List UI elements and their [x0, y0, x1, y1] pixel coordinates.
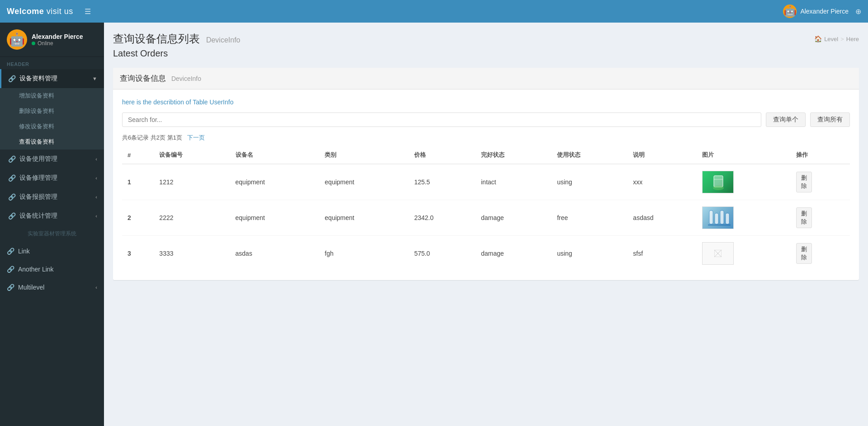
- main-content: 查询设备信息列表 DeviceInfo 🏠 Level > Here Lates…: [104, 23, 868, 426]
- cell-device-condition: damage: [476, 236, 552, 272]
- app-body: 🤖 Alexander Pierce Online HEADER 🔗 设备资料管…: [0, 23, 868, 426]
- device-table: # 设备编号 设备名 类别 价格 完好状态 使用状态 说明 图片 操作: [122, 146, 850, 271]
- cell-device-name: asdas: [230, 236, 320, 272]
- table-body: 11212equipmentequipment125.5intactusingx…: [122, 164, 850, 271]
- sidebar-section-header: HEADER: [0, 57, 104, 69]
- search-single-button[interactable]: 查询单个: [766, 112, 806, 127]
- breadcrumb-current: Here: [846, 36, 859, 42]
- share-icon[interactable]: ⊕: [855, 7, 861, 16]
- delete-button[interactable]: 删 除: [796, 207, 812, 228]
- device-thumbnail: [702, 206, 734, 229]
- search-input[interactable]: [122, 112, 761, 127]
- cell-device-image: [697, 164, 791, 200]
- sidebar-item-device-stats[interactable]: 🔗 设备统计管理 ‹: [0, 206, 104, 225]
- hamburger-button[interactable]: ☰: [80, 5, 95, 18]
- brand-light: visit us: [44, 7, 73, 16]
- cell-device-category: equipment: [319, 164, 409, 200]
- cell-device-note: asdasd: [627, 200, 697, 236]
- svg-rect-4: [715, 213, 718, 224]
- cell-device-action: 删 除: [791, 200, 850, 236]
- col-header-num: #: [122, 146, 154, 164]
- sidebar-item-delete-device[interactable]: 删除设备资料: [0, 103, 104, 119]
- col-header-image: 图片: [697, 146, 791, 164]
- cell-device-status: using: [552, 164, 627, 200]
- sidebar-item-another-link[interactable]: 🔗 Another Link: [0, 260, 104, 278]
- col-header-category: 类别: [319, 146, 409, 164]
- navbar-username: Alexander Pierce: [800, 8, 849, 15]
- user-menu[interactable]: 🤖 Alexander Pierce: [783, 5, 849, 18]
- link-icon-link: 🔗: [7, 248, 14, 255]
- hamburger-icon: ☰: [85, 8, 91, 15]
- status-indicator: [32, 42, 35, 45]
- page-title: 查询设备信息列表: [113, 33, 200, 45]
- device-thumbnail: [702, 171, 734, 193]
- section-title: Latest Orders: [113, 48, 859, 59]
- sidebar-label-another-link: Another Link: [18, 266, 54, 273]
- cell-num: 3: [122, 236, 154, 272]
- search-all-button[interactable]: 查询所有: [810, 112, 850, 127]
- cell-device-price: 125.5: [409, 164, 476, 200]
- sidebar-item-device-management[interactable]: 🔗 设备资料管理 ▼ 增加设备资料 删除设备资料 修改设备资料 查看设备资料: [0, 69, 104, 150]
- breadcrumb: 🏠 Level > Here: [814, 35, 859, 42]
- brand-logo: Welcome visit us: [7, 7, 73, 16]
- card-subtitle: DeviceInfo: [171, 75, 201, 82]
- chevron-right-icon-stats: ‹: [95, 213, 97, 219]
- sidebar-label-multilevel: Multilevel: [18, 284, 44, 291]
- sidebar-item-device-usage[interactable]: 🔗 设备使用管理 ‹: [0, 150, 104, 169]
- chevron-right-icon-usage: ‹: [95, 156, 97, 162]
- page-subtitle: DeviceInfo: [206, 36, 241, 44]
- sidebar-label-link: Link: [18, 248, 30, 255]
- submenu-device-management: 增加设备资料 删除设备资料 修改设备资料 查看设备资料: [0, 88, 104, 150]
- svg-rect-5: [720, 211, 724, 224]
- delete-button[interactable]: 删 除: [796, 172, 812, 192]
- link-icon-multilevel: 🔗: [7, 284, 14, 291]
- cell-device-action: 删 除: [791, 164, 850, 200]
- sidebar-item-edit-device[interactable]: 修改设备资料: [0, 119, 104, 134]
- system-label: 实验室器材管理系统: [0, 225, 104, 242]
- sidebar-item-add-device[interactable]: 增加设备资料: [0, 88, 104, 103]
- user-avatar-small: 🤖: [783, 5, 797, 18]
- col-header-action: 操作: [791, 146, 850, 164]
- user-status: Online: [32, 40, 83, 47]
- device-info-card: 查询设备信息 DeviceInfo here is the describtio…: [113, 68, 859, 280]
- cell-device-name: equipment: [230, 164, 320, 200]
- pagination-next-link[interactable]: 下一页: [187, 134, 205, 141]
- table-header-row: # 设备编号 设备名 类别 价格 完好状态 使用状态 说明 图片 操作: [122, 146, 850, 164]
- sidebar-label-device-damage: 设备报损管理: [19, 193, 57, 201]
- sidebar-menu: 🔗 设备资料管理 ▼ 增加设备资料 删除设备资料 修改设备资料 查看设备资料 🔗: [0, 69, 104, 225]
- sidebar-item-link[interactable]: 🔗 Link: [0, 242, 104, 260]
- description-text: here is the describtion of Table UserInf…: [122, 98, 850, 106]
- home-icon: 🏠: [814, 35, 822, 42]
- cell-device-id: 3333: [154, 236, 230, 272]
- cell-device-price: 2342.0: [409, 200, 476, 236]
- cell-device-image: [697, 200, 791, 236]
- delete-button[interactable]: 删 除: [796, 243, 812, 264]
- cell-device-name: equipment: [230, 200, 320, 236]
- link-icon-another: 🔗: [7, 266, 14, 273]
- svg-rect-3: [709, 211, 713, 224]
- cell-device-condition: intact: [476, 164, 552, 200]
- card-title: 查询设备信息: [120, 74, 166, 83]
- cell-device-id: 2222: [154, 200, 230, 236]
- cell-num: 2: [122, 200, 154, 236]
- pagination-text: 共6条记录 共2页 第1页: [122, 134, 182, 141]
- col-header-status: 使用状态: [552, 146, 627, 164]
- avatar: 🤖: [7, 29, 27, 50]
- sidebar-item-multilevel[interactable]: 🔗 Multilevel ‹: [0, 278, 104, 296]
- cell-device-note: xxx: [627, 164, 697, 200]
- col-header-price: 价格: [409, 146, 476, 164]
- col-header-condition: 完好状态: [476, 146, 552, 164]
- cell-device-image: [697, 236, 791, 272]
- svg-point-2: [713, 186, 724, 190]
- cell-device-condition: damage: [476, 200, 552, 236]
- breadcrumb-separator: >: [840, 36, 844, 42]
- chevron-right-icon-multilevel: ‹: [95, 285, 97, 290]
- sidebar-item-view-device[interactable]: 查看设备资料: [0, 134, 104, 150]
- content-header: 查询设备信息列表 DeviceInfo 🏠 Level > Here Lates…: [113, 32, 859, 59]
- sidebar-item-device-repair[interactable]: 🔗 设备修理管理 ‹: [0, 169, 104, 187]
- svg-rect-6: [726, 213, 729, 224]
- table-row: 22222equipmentequipment2342.0damagefreea…: [122, 200, 850, 236]
- link-icon-device-mgmt: 🔗: [8, 75, 16, 82]
- user-name: Alexander Pierce: [32, 33, 83, 40]
- sidebar-item-device-damage[interactable]: 🔗 设备报损管理 ‹: [0, 187, 104, 206]
